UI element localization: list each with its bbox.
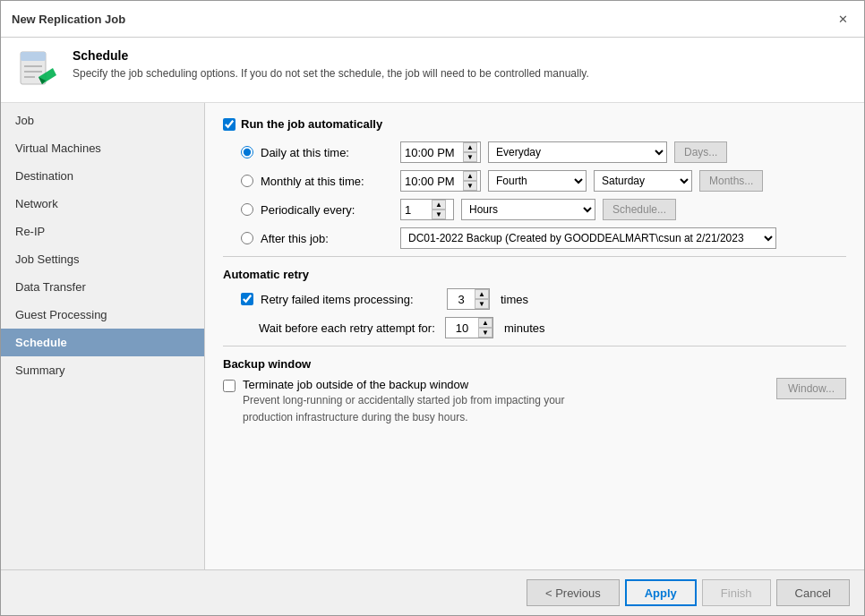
terminate-label[interactable]: Terminate job outside of the backup wind… <box>243 378 769 391</box>
periodically-label[interactable]: Periodically every: <box>261 203 393 217</box>
svg-rect-1 <box>21 52 46 61</box>
monthly-week-select[interactable]: First Second Third Fourth Last <box>488 170 587 192</box>
sidebar-item-re-ip[interactable]: Re-IP <box>1 218 204 245</box>
wait-label: Wait before each retry attempt for: <box>259 321 438 335</box>
daily-time-field[interactable] <box>405 146 463 159</box>
monthly-time-input: ▲ ▼ <box>400 170 481 192</box>
wait-unit: minutes <box>504 321 545 335</box>
retry-down[interactable]: ▼ <box>475 299 489 309</box>
wait-value-input: ▲ ▼ <box>445 317 493 338</box>
header-icon <box>15 48 58 91</box>
daily-time-down[interactable]: ▼ <box>463 152 477 162</box>
retry-spinners: ▲ ▼ <box>475 289 489 309</box>
retry-unit: times <box>501 293 528 306</box>
run-automatically-label[interactable]: Run the job automatically <box>241 117 382 131</box>
daily-frequency-select[interactable]: Everyday Weekdays Weekends <box>488 141 667 163</box>
terminate-row: Terminate job outside of the backup wind… <box>223 378 846 425</box>
periodically-down[interactable]: ▼ <box>432 210 446 219</box>
sidebar-item-virtual-machines[interactable]: Virtual Machines <box>1 134 204 162</box>
main-content: Run the job automatically Daily at this … <box>205 103 864 569</box>
months-button[interactable]: Months... <box>699 170 763 192</box>
monthly-radio[interactable] <box>241 175 253 187</box>
daily-radio[interactable] <box>241 146 253 158</box>
auto-retry-title: Automatic retry <box>223 268 846 281</box>
terminate-checkbox[interactable] <box>223 380 236 392</box>
monthly-time-spinners: ▲ ▼ <box>463 171 477 191</box>
retry-label[interactable]: Retry failed items processing: <box>261 293 440 306</box>
header-text: Schedule Specify the job scheduling opti… <box>73 48 589 81</box>
sidebar-item-guest-processing[interactable]: Guest Processing <box>1 301 204 329</box>
retry-row: Retry failed items processing: ▲ ▼ times <box>241 288 846 310</box>
after-job-radio[interactable] <box>241 232 253 244</box>
wait-value-field[interactable] <box>446 321 478 335</box>
title-bar: New Replication Job ✕ <box>1 1 864 38</box>
retry-checkbox[interactable] <box>241 293 253 305</box>
daily-time-up[interactable]: ▲ <box>463 142 477 152</box>
monthly-time-field[interactable] <box>405 175 463 188</box>
sidebar-item-job[interactable]: Job <box>1 107 204 134</box>
backup-window-title: Backup window <box>223 357 846 371</box>
periodically-radio[interactable] <box>241 203 253 216</box>
days-button[interactable]: Days... <box>674 141 727 163</box>
close-button[interactable]: ✕ <box>832 8 853 30</box>
daily-time-input: ▲ ▼ <box>400 141 481 163</box>
monthly-time-down[interactable]: ▼ <box>463 181 477 191</box>
after-job-row: After this job: DC01-2022 Backup (Create… <box>241 227 846 249</box>
daily-time-spinners: ▲ ▼ <box>463 142 477 162</box>
monthly-day-select[interactable]: Sunday Monday Tuesday Wednesday Thursday… <box>594 170 692 192</box>
apply-button[interactable]: Apply <box>625 579 697 606</box>
sidebar-item-network[interactable]: Network <box>1 190 204 218</box>
schedule-button[interactable]: Schedule... <box>603 199 676 220</box>
wait-row: Wait before each retry attempt for: ▲ ▼ … <box>259 317 846 338</box>
header-title: Schedule <box>73 48 589 63</box>
auto-retry-section: Automatic retry Retry failed items proce… <box>223 256 846 338</box>
wait-up[interactable]: ▲ <box>478 318 492 328</box>
title-text: New Replication Job <box>12 13 125 26</box>
monthly-label[interactable]: Monthly at this time: <box>261 175 393 188</box>
sidebar-item-summary[interactable]: Summary <box>1 356 204 384</box>
periodically-spinners: ▲ ▼ <box>432 200 446 219</box>
wait-spinners: ▲ ▼ <box>478 318 492 338</box>
sidebar-item-job-settings[interactable]: Job Settings <box>1 245 204 273</box>
terminate-desc-2: production infrastructure during the bus… <box>243 410 769 425</box>
wait-down[interactable]: ▼ <box>478 328 492 338</box>
after-job-select[interactable]: DC01-2022 Backup (Created by GOODDEALMAR… <box>400 227 776 249</box>
run-automatically-row: Run the job automatically <box>223 117 846 131</box>
title-bar-title: New Replication Job <box>12 13 125 26</box>
daily-label[interactable]: Daily at this time: <box>261 146 393 159</box>
retry-value-input: ▲ ▼ <box>447 288 490 310</box>
body: Job Virtual Machines Destination Network… <box>1 103 864 569</box>
previous-button[interactable]: < Previous <box>527 579 620 606</box>
sidebar: Job Virtual Machines Destination Network… <box>1 103 205 569</box>
header-section: Schedule Specify the job scheduling opti… <box>1 38 864 103</box>
periodically-up[interactable]: ▲ <box>432 200 446 210</box>
periodically-value-field[interactable] <box>405 203 432 217</box>
periodically-row: Periodically every: ▲ ▼ Hours Minutes Sc… <box>241 199 846 220</box>
bottom-bar: < Previous Apply Finish Cancel <box>1 569 864 615</box>
terminate-text: Terminate job outside of the backup wind… <box>243 378 769 425</box>
window-button[interactable]: Window... <box>776 378 846 399</box>
periodically-unit-select[interactable]: Hours Minutes <box>461 199 595 220</box>
retry-up[interactable]: ▲ <box>475 289 489 299</box>
daily-row: Daily at this time: ▲ ▼ Everyday Weekday… <box>241 141 846 163</box>
periodically-value-input: ▲ ▼ <box>400 199 454 220</box>
dialog-window: New Replication Job ✕ Schedule Specify t… <box>0 0 865 616</box>
monthly-time-up[interactable]: ▲ <box>463 171 477 181</box>
close-icon: ✕ <box>838 13 848 26</box>
terminate-desc-1: Prevent long-running or accidentally sta… <box>243 393 769 408</box>
retry-value-field[interactable] <box>448 293 475 306</box>
sidebar-item-schedule[interactable]: Schedule <box>1 329 204 356</box>
finish-button: Finish <box>702 579 771 606</box>
header-description: Specify the job scheduling options. If y… <box>73 66 589 81</box>
run-automatically-checkbox[interactable] <box>223 118 236 131</box>
cancel-button[interactable]: Cancel <box>776 579 850 606</box>
after-job-label[interactable]: After this job: <box>261 232 393 245</box>
monthly-row: Monthly at this time: ▲ ▼ First Second T… <box>241 170 846 192</box>
sidebar-item-data-transfer[interactable]: Data Transfer <box>1 273 204 301</box>
sidebar-item-destination[interactable]: Destination <box>1 162 204 190</box>
backup-window-section: Backup window Terminate job outside of t… <box>223 346 846 425</box>
